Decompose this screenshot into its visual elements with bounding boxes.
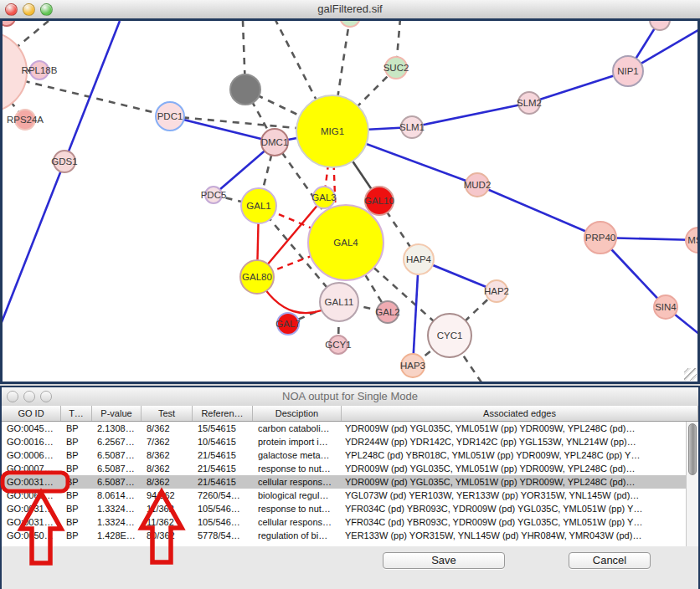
cell: 8/362 [142,422,193,435]
node-label-HAP2: HAP2 [484,286,509,296]
cell: 2.1308… [92,422,142,435]
cell: 6.5087… [92,475,142,489]
cell: BP [61,475,92,489]
edge-blue [412,103,529,127]
cell: 11/362 [142,515,193,529]
cell: YDR009W (pd) YGL035C, YML051W (pp) YDR00… [342,462,686,475]
cell: protein import i… [253,435,342,448]
cell: carbon cataboli… [253,422,342,435]
node-label-GAL10: GAL10 [364,196,394,206]
cell: 21/54615 [193,448,253,462]
table-row[interactable]: GO:0065…BP8.0614…94/3627260/54…biologica… [2,489,698,502]
cell: 21/54615 [193,475,253,489]
node-label-NIP1: NIP1 [617,66,639,76]
table-row[interactable]: GO:0016…BP6.2567…7/36210/54615protein im… [2,435,698,448]
column-header-test[interactable]: Test [142,406,193,421]
network-window: galFiltered.sif RPL18BRPS24AGDS1PDC1DMC1… [0,0,700,384]
scrollbar-thumb[interactable] [688,423,697,475]
table-row[interactable]: GO:0031…BP1.3324…11/362105/546…response … [2,502,698,515]
table-row[interactable]: GO:0006…BP6.5087…8/36221/54615galactose … [2,448,698,462]
cell: YFR034C (pd) YBR093C, YDR009W (pd) YGL03… [342,502,686,515]
cell: BP [61,502,92,515]
node-label-MIG1: MIG1 [321,126,344,136]
noa-window-titlebar[interactable]: NOA output for Single Mode [2,387,698,407]
cell: BP [61,489,92,502]
node-label-PDC5: PDC5 [201,190,227,200]
node-label-RPL18B: RPL18B [22,65,58,75]
node-top-green[interactable] [340,21,360,27]
cell: GO:0007… [2,462,61,475]
network-window-titlebar[interactable]: galFiltered.sif [0,0,700,19]
edge-blue [477,185,600,238]
cell: YFR034C (pd) YBR093C, YDR009W (pd) YGL03… [342,515,686,529]
cell: 8/362 [142,462,193,475]
node-label-GAL11: GAL11 [325,297,354,307]
node-label-GAL2: GAL2 [375,307,399,317]
node-label-GAL80: GAL80 [242,272,272,282]
save-button[interactable]: Save [383,552,505,569]
results-table: GO IDT…P-valueTestReferen…DesciptionAsso… [2,406,698,546]
cell: 105/546… [193,515,253,529]
cell: galactose meta… [253,448,342,462]
table-row[interactable]: GO:0007…BP6.5087…8/36221/54615response t… [2,462,698,475]
node-label-PRP40: PRP40 [585,233,615,243]
cell: 6.5087… [92,462,142,475]
cell: biological regul… [253,489,342,502]
node-label-RPS24A: RPS24A [7,115,44,125]
cell: 6.5087… [92,448,142,462]
table-row[interactable]: GO:0045…BP2.1308…8/36215/54615carbon cat… [2,422,698,435]
node-label-GDS1: GDS1 [51,156,77,166]
cell: 11/362 [142,502,193,515]
table-row[interactable]: GO:0031…BP1.3324…11/362105/546…cellular … [2,515,698,529]
node-label-MUD2: MUD2 [464,180,492,190]
cell: 21/54615 [193,462,253,475]
cell: cellular respons… [253,475,342,489]
node-label-SUC2: SUC2 [383,63,409,73]
cell: YER133W (pp) YOR315W, YNL145W (pd) YHR08… [342,529,686,542]
cell: YDR244W (pp) YDR142C, YDR142C (pp) YGL15… [342,435,686,448]
column-header-referen-[interactable]: Referen… [193,406,253,421]
cell: BP [61,529,92,542]
cell: 10/54615 [193,435,253,448]
cell: YGL073W (pd) YER103W, YER133W (pp) YOR31… [342,489,686,502]
table-header-row: GO IDT…P-valueTestReferen…DesciptionAsso… [2,406,698,422]
node-label-HAP3: HAP3 [400,361,425,371]
network-canvas[interactable]: RPL18BRPS24AGDS1PDC1DMC1SUC2MIG1SLM1SLM2… [3,21,697,382]
cell: GO:0016… [2,435,61,448]
resize-grip[interactable] [684,368,697,381]
column-header-desciption[interactable]: Desciption [253,406,342,421]
cell: BP [61,462,92,475]
network-view-frame: RPL18BRPS24AGDS1PDC1DMC1SUC2MIG1SLM1SLM2… [0,18,700,384]
column-header-p-value[interactable]: P-value [92,406,142,421]
cell: 7/362 [142,435,193,448]
cell: GO:0031… [2,502,61,515]
cell: GO:0006… [2,448,61,462]
cell: 1.428E… [92,529,142,542]
node-label-GAL3: GAL3 [311,192,336,202]
cell: 15/54615 [193,422,253,435]
column-header-t-[interactable]: T… [61,406,92,421]
cell: response to nut… [253,502,342,515]
vertical-scrollbar[interactable] [686,422,698,546]
table-row[interactable]: GO:0050…BP1.428E…80/3625778/54…regulatio… [2,529,698,542]
cancel-button[interactable]: Cancel [569,552,651,569]
column-header-associated-edges[interactable]: Associated edges [342,406,698,421]
node-label-SLM1: SLM1 [399,122,425,132]
cell: 7260/54… [193,489,253,502]
cell: BP [61,435,92,448]
node-label-GAL1: GAL1 [246,201,270,211]
table-row[interactable]: GO:0031…BP6.5087…8/36221/54615cellular r… [2,475,698,489]
cell: 8.0614… [92,489,142,502]
node-gray-node[interactable] [230,74,260,105]
node-label-MSN: MSN [687,235,697,245]
cell: 1.3324… [92,515,142,529]
cell: GO:0050… [2,529,61,542]
node-label-PDC1: PDC1 [157,111,183,121]
node-top-left-cut[interactable] [3,21,15,26]
node-top-right-pink[interactable] [650,21,670,30]
cell: 105/546… [193,502,253,515]
window-title: NOA output for Single Mode [2,387,698,406]
cell: response to nut… [253,462,342,475]
column-header-go-id[interactable]: GO ID [2,406,61,421]
cell: GO:0031… [2,475,61,489]
